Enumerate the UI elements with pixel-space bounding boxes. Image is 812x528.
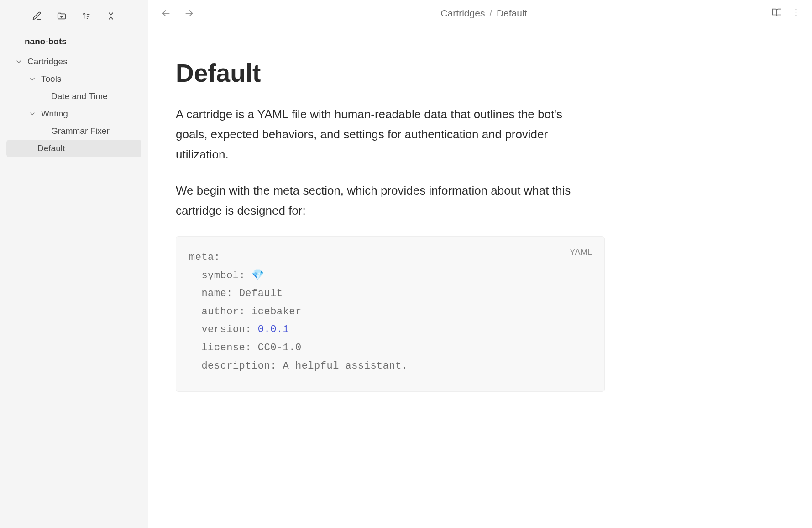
reading-mode-icon[interactable] [772,7,782,19]
svg-point-9 [796,15,796,16]
tree-item-grammar-fixer[interactable]: Grammar Fixer [6,122,141,140]
code-token: name [201,288,226,299]
code-language-label: YAML [570,248,592,257]
page-title: Default [176,58,785,88]
tree-label: Cartridges [27,57,68,67]
code-token: license [201,342,245,354]
main: Cartridges / Default Default A cartridge… [148,0,812,528]
paragraph: We begin with the meta section, which pr… [176,180,596,221]
svg-point-8 [796,12,796,13]
new-folder-icon[interactable] [56,10,68,22]
tree-label: Tools [41,74,61,84]
new-note-icon[interactable] [31,10,43,22]
collapse-icon[interactable] [105,10,117,22]
document-content[interactable]: Default A cartridge is a YAML file with … [148,26,812,528]
code-token: 💎 [251,270,264,281]
vault-title: nano-bots [0,26,148,53]
breadcrumb-current: Default [497,8,527,18]
header-right [772,7,801,19]
tree-label: Default [37,143,65,153]
chevron-down-icon [15,58,23,66]
breadcrumb[interactable]: Cartridges / Default [199,8,768,19]
breadcrumb-separator: / [489,8,492,18]
more-options-icon[interactable] [791,7,801,19]
code-token: CC0-1.0 [258,342,302,354]
breadcrumb-parent: Cartridges [441,8,485,18]
code-block: YAML meta: symbol: 💎 name: Default autho… [176,236,605,392]
code-token: symbol [201,270,239,281]
sidebar: nano-bots Cartridges Tools Date and Time… [0,0,148,528]
code-token: 0.0.1 [258,324,289,335]
paragraph: A cartridge is a YAML file with human-re… [176,104,596,165]
code-content: meta: symbol: 💎 name: Default author: ic… [189,248,592,375]
tree-item-tools[interactable]: Tools [6,70,141,88]
tree-label: Writing [41,109,68,119]
code-token: meta [189,252,214,263]
file-tree: Cartridges Tools Date and Time Writing G… [0,53,148,157]
tree-label: Grammar Fixer [51,126,110,136]
code-token: author [201,306,239,317]
code-token: icebaker [251,306,302,317]
tree-item-default[interactable]: Default [6,140,141,157]
code-token: description [201,360,270,372]
chevron-down-icon [28,110,37,118]
tree-item-cartridges[interactable]: Cartridges [6,53,141,70]
svg-point-7 [796,9,796,10]
forward-button[interactable] [182,6,196,20]
tree-item-writing[interactable]: Writing [6,105,141,122]
tree-item-date-and-time[interactable]: Date and Time [6,88,141,105]
sidebar-toolbar [0,5,148,26]
sort-icon[interactable] [80,10,92,22]
code-token: version [201,324,245,335]
back-button[interactable] [159,6,173,20]
code-token: Default [239,288,283,299]
tree-label: Date and Time [51,91,108,101]
chevron-down-icon [28,75,37,83]
main-header: Cartridges / Default [148,0,812,26]
code-token: A helpful assistant. [283,360,408,372]
